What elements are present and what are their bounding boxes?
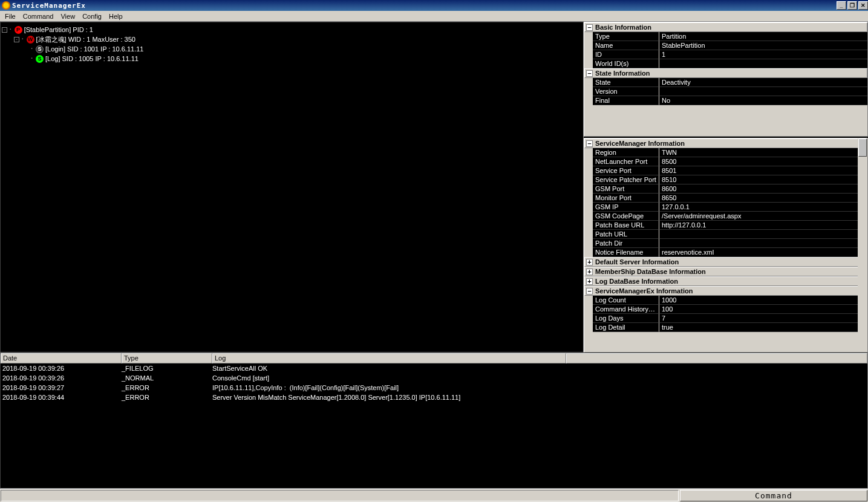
section-servicemanagerex-information[interactable]: – ServiceManagerEx Information: [584, 286, 867, 296]
property-value[interactable]: true: [659, 323, 867, 332]
menu-help[interactable]: Help: [105, 13, 126, 20]
property-value[interactable]: TWN: [659, 148, 867, 157]
collapse-icon[interactable]: -: [2, 27, 7, 33]
tree-pane[interactable]: - · P [StablePartition] PID : 1 - · W [冰…: [0, 22, 584, 353]
log-date: 2018-09-19 00:39:44: [1, 393, 122, 402]
property-key: Log Count: [593, 296, 659, 305]
menu-command[interactable]: Command: [19, 13, 57, 20]
property-value[interactable]: 127.0.0.1: [659, 203, 867, 212]
log-header-spacer[interactable]: [566, 353, 867, 363]
log-row[interactable]: 2018-09-19 00:39:44_ERRORServer Version …: [1, 393, 867, 402]
property-value[interactable]: StablePartition: [659, 41, 867, 50]
property-row[interactable]: GSM IP127.0.0.1: [584, 203, 867, 212]
collapse-icon[interactable]: –: [586, 288, 593, 295]
property-value[interactable]: 100: [659, 305, 867, 314]
section-servicemanager-information[interactable]: – ServiceManager Information: [584, 139, 867, 148]
property-value[interactable]: [659, 87, 867, 96]
property-value[interactable]: Deactivity: [659, 78, 867, 87]
property-row[interactable]: GSM CodePage/Server/adminrequest.aspx: [584, 212, 867, 221]
section-collapsed[interactable]: +Log DataBase Information: [584, 276, 867, 286]
property-value[interactable]: http://127.0.0.1: [659, 221, 867, 230]
property-grid-basic[interactable]: – Basic Information TypePartitionNameSta…: [584, 22, 868, 137]
expand-icon[interactable]: +: [586, 269, 593, 275]
property-row[interactable]: Command History C...100: [584, 305, 867, 314]
property-key: Notice Filename: [593, 248, 659, 257]
property-value[interactable]: /Server/adminrequest.aspx: [659, 212, 867, 221]
section-collapsed[interactable]: +Default Server Information: [584, 257, 867, 267]
expand-icon[interactable]: +: [586, 259, 593, 266]
log-header-date[interactable]: Date: [1, 353, 122, 363]
property-row[interactable]: Version: [584, 87, 867, 96]
log-header: Date Type Log: [1, 353, 867, 363]
collapse-icon[interactable]: –: [586, 140, 593, 147]
minimize-button[interactable]: _: [837, 1, 846, 10]
log-header-type[interactable]: Type: [122, 353, 212, 363]
scrollbar[interactable]: [858, 139, 867, 352]
log-message: ConsoleCmd [start]: [212, 373, 867, 383]
log-row[interactable]: 2018-09-19 00:39:26_FILELOGStartServiceA…: [1, 363, 867, 373]
property-value[interactable]: 8500: [659, 157, 867, 166]
menu-file[interactable]: File: [1, 13, 19, 20]
section-collapsed[interactable]: +MemberShip DataBase Information: [584, 267, 867, 276]
property-row[interactable]: Patch URL: [584, 230, 867, 239]
property-grid-servicemanager[interactable]: – ServiceManager Information RegionTWNNe…: [584, 138, 868, 353]
server-icon: S: [36, 55, 44, 63]
property-row[interactable]: Log Days7: [584, 314, 867, 323]
property-value[interactable]: [659, 239, 867, 248]
property-row[interactable]: NameStablePartition: [584, 41, 867, 50]
scrollbar-thumb[interactable]: [858, 139, 867, 157]
collapse-icon[interactable]: –: [586, 24, 593, 31]
property-row[interactable]: Monitor Port8650: [584, 194, 867, 203]
property-row[interactable]: Patch Base URLhttp://127.0.0.1: [584, 221, 867, 230]
maximize-button[interactable]: ❐: [847, 1, 857, 10]
property-key: GSM CodePage: [593, 212, 659, 221]
property-row[interactable]: Service Port8501: [584, 166, 867, 175]
command-button[interactable]: Command: [680, 490, 867, 501]
property-value[interactable]: [659, 230, 867, 239]
property-key: GSM Port: [593, 184, 659, 194]
property-value[interactable]: 1: [659, 50, 867, 59]
property-row[interactable]: World ID(s): [584, 59, 867, 68]
tree-node-world[interactable]: - · W [冰霜之魂] WID : 1 MaxUser : 350: [2, 34, 582, 44]
property-value[interactable]: 1000: [659, 296, 867, 305]
menu-view[interactable]: View: [57, 13, 79, 20]
log-pane[interactable]: Date Type Log 2018-09-19 00:39:26_FILELO…: [0, 353, 868, 489]
tree-node-partition[interactable]: - · P [StablePartition] PID : 1: [2, 25, 582, 34]
property-value[interactable]: No: [659, 96, 867, 105]
property-row[interactable]: Patch Dir: [584, 239, 867, 248]
section-basic-information[interactable]: – Basic Information: [584, 22, 867, 32]
property-value[interactable]: 8650: [659, 194, 867, 203]
menu-config[interactable]: Config: [79, 13, 105, 20]
property-value[interactable]: 8600: [659, 184, 867, 194]
property-row[interactable]: Notice Filenamereservenotice.xml: [584, 248, 867, 257]
log-row[interactable]: 2018-09-19 00:39:27_ERRORIP[10.6.11.11],…: [1, 383, 867, 393]
property-key: Region: [593, 148, 659, 157]
property-row[interactable]: RegionTWN: [584, 148, 867, 157]
section-title: ServiceManagerEx Information: [595, 287, 693, 295]
property-row[interactable]: GSM Port8600: [584, 184, 867, 194]
close-button[interactable]: ✕: [858, 1, 868, 10]
expand-icon[interactable]: +: [586, 278, 593, 285]
collapse-icon[interactable]: -: [14, 37, 19, 42]
property-value[interactable]: 7: [659, 314, 867, 323]
property-row[interactable]: TypePartition: [584, 32, 867, 41]
property-key: State: [593, 78, 659, 87]
property-row[interactable]: Service Patcher Port8510: [584, 175, 867, 184]
property-value[interactable]: reservenotice.xml: [659, 248, 867, 257]
tree-node-login[interactable]: · S [Login] SID : 1001 IP : 10.6.11.11: [2, 44, 582, 54]
property-row[interactable]: Log Count1000: [584, 296, 867, 305]
tree-node-log[interactable]: · S [Log] SID : 1005 IP : 10.6.11.11: [2, 54, 582, 64]
property-value[interactable]: [659, 59, 867, 68]
property-row[interactable]: Log Detailtrue: [584, 323, 867, 332]
log-header-log[interactable]: Log: [212, 353, 566, 363]
property-row[interactable]: FinalNo: [584, 96, 867, 105]
collapse-icon[interactable]: –: [586, 70, 593, 77]
property-value[interactable]: Partition: [659, 32, 867, 41]
property-value[interactable]: 8510: [659, 175, 867, 184]
property-row[interactable]: StateDeactivity: [584, 78, 867, 87]
property-row[interactable]: ID1: [584, 50, 867, 59]
property-value[interactable]: 8501: [659, 166, 867, 175]
log-row[interactable]: 2018-09-19 00:39:26_NORMALConsoleCmd [st…: [1, 373, 867, 383]
section-state-information[interactable]: – State Information: [584, 68, 867, 78]
property-row[interactable]: NetLauncher Port8500: [584, 157, 867, 166]
